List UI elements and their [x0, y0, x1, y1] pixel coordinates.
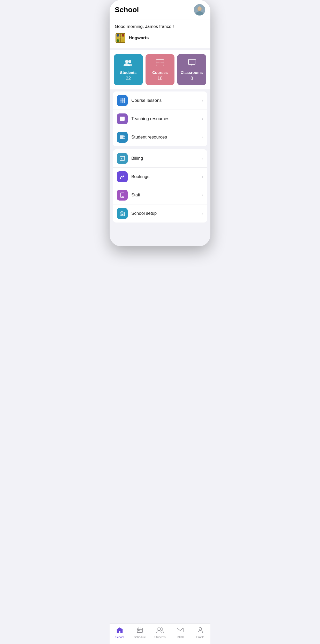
school-setup-label: School setup: [131, 211, 202, 216]
courses-count: 18: [157, 76, 163, 81]
svg-point-9: [122, 34, 124, 37]
svg-text:H: H: [119, 37, 121, 40]
svg-rect-34: [122, 214, 123, 216]
menu-item-bookings[interactable]: Bookings ›: [113, 168, 207, 186]
courses-icon: [156, 59, 164, 68]
classrooms-count: 8: [191, 76, 193, 81]
students-label: Students: [120, 70, 136, 75]
staff-label: Staff: [131, 193, 202, 198]
svg-rect-23: [122, 117, 125, 118]
course-lessons-icon-wrap: [117, 95, 128, 106]
billing-icon-wrap: $: [117, 153, 128, 164]
svg-point-13: [125, 60, 128, 63]
stat-card-students[interactable]: Students 22: [114, 54, 143, 85]
svg-point-10: [117, 39, 119, 42]
students-icon: [124, 59, 133, 68]
school-row: H Hogwarts: [115, 32, 205, 44]
avatar-image: [194, 4, 205, 16]
svg-point-8: [117, 34, 119, 37]
svg-rect-28: [121, 156, 124, 157]
svg-text:$: $: [121, 157, 123, 160]
svg-rect-15: [188, 60, 195, 64]
teaching-resources-label: Teaching resources: [131, 116, 202, 121]
classrooms-icon: [187, 59, 196, 68]
menu-item-student-resources[interactable]: Student resources ›: [113, 128, 207, 146]
svg-rect-24: [120, 135, 123, 139]
stats-grid: Students 22 Courses 18: [114, 54, 206, 85]
menu-item-teaching-resources[interactable]: Teaching resources ›: [113, 110, 207, 128]
course-lessons-chevron: ›: [202, 98, 203, 103]
student-resources-chevron: ›: [202, 135, 203, 140]
header: School: [110, 0, 210, 19]
svg-rect-22: [120, 117, 122, 118]
classrooms-label: Classrooms: [181, 70, 203, 75]
menu-item-staff[interactable]: Staff ›: [113, 186, 207, 204]
school-name: Hogwarts: [129, 35, 149, 41]
scroll-content: Good morning, James franco ! H: [110, 19, 210, 246]
staff-chevron: ›: [202, 193, 203, 197]
phone-container: School Good morning, James franco !: [110, 0, 210, 246]
school-setup-chevron: ›: [202, 211, 203, 216]
greeting-text: Good morning, James franco !: [115, 24, 205, 29]
svg-point-14: [128, 60, 131, 63]
page-title: School: [115, 6, 139, 14]
teaching-resources-chevron: ›: [202, 117, 203, 121]
students-count: 22: [126, 76, 131, 81]
menu-item-school-setup[interactable]: School setup ›: [113, 204, 207, 223]
teaching-resources-icon-wrap: [117, 113, 128, 124]
svg-point-3: [198, 6, 201, 11]
school-setup-icon-wrap: [117, 208, 128, 219]
menu-item-course-lessons[interactable]: Course lessons ›: [113, 91, 207, 110]
billing-chevron: ›: [202, 156, 203, 161]
bookings-label: Bookings: [131, 174, 202, 179]
student-resources-icon-wrap: [117, 132, 128, 143]
bookings-icon-wrap: [117, 171, 128, 182]
menu-item-billing[interactable]: $ Billing ›: [113, 149, 207, 168]
student-resources-label: Student resources: [131, 135, 202, 140]
stat-card-courses[interactable]: Courses 18: [146, 54, 175, 85]
staff-icon-wrap: [117, 190, 128, 201]
school-badge-icon: H: [115, 32, 126, 44]
avatar[interactable]: [194, 4, 205, 16]
svg-point-11: [122, 39, 124, 42]
menu-group-2: $ Billing › Bookings ›: [113, 149, 207, 223]
greeting-section: Good morning, James franco ! H: [110, 19, 210, 48]
course-lessons-label: Course lessons: [131, 98, 202, 103]
billing-label: Billing: [131, 156, 202, 161]
courses-label: Courses: [152, 70, 168, 75]
svg-rect-21: [120, 117, 125, 121]
svg-point-25: [123, 135, 125, 137]
stat-card-classrooms[interactable]: Classrooms 8: [177, 54, 206, 85]
menu-group-1: Course lessons › Teaching resources ›: [113, 91, 207, 146]
stats-section: Students 22 Courses 18: [110, 50, 210, 89]
bookings-chevron: ›: [202, 174, 203, 179]
